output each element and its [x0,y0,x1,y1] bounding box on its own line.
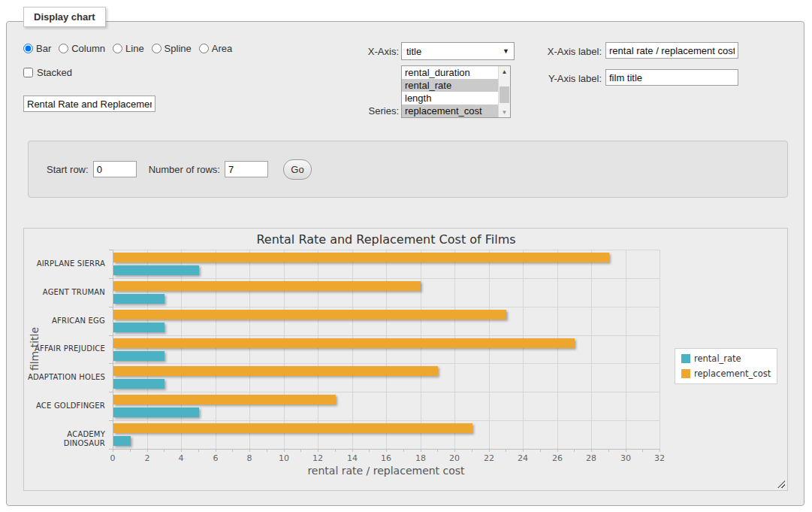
x-tick-label: 26 [542,453,572,463]
stacked-option[interactable]: Stacked [23,67,72,78]
chart-type-label: Column [71,43,105,54]
legend-label: rental_rate [694,353,741,364]
y-axis-label-label: Y-Axis label: [534,73,602,84]
gridline-category [113,392,660,392]
gridline-category [113,307,660,308]
gridline-x-10 [284,250,285,449]
fieldset-legend: Display chart [23,7,106,27]
stacked-checkbox[interactable] [23,68,33,77]
bar-rental_rate-airplane-sierra[interactable] [113,265,199,275]
x-tick-label: 32 [644,453,675,463]
gridline-category [113,278,660,279]
bar-replacement_cost-ace-goldfinger[interactable] [113,395,336,404]
x-tick-label: 30 [611,453,641,463]
x-axis-title: rental rate / replacement cost [113,465,660,477]
series-option-rental_rate[interactable]: rental_rate [402,79,498,92]
bar-replacement_cost-affair-prejudice[interactable] [113,338,575,348]
x-tick-label: 0 [98,453,128,463]
x-tick-label: 10 [269,453,299,463]
legend-swatch-rental_rate [681,354,690,363]
gridline-category [113,420,660,421]
x-axis-selected-value: title [406,46,421,57]
x-tick-label: 18 [406,453,436,463]
gridline-x-2 [147,250,148,449]
chart-type-radio-bar[interactable] [23,44,33,53]
chart-type-option-bar[interactable]: Bar [23,43,51,54]
chart-type-option-line[interactable]: Line [113,43,144,54]
x-axis-select[interactable]: title ▼ [401,42,515,60]
bar-replacement_cost-airplane-sierra[interactable] [113,253,609,262]
gridline-x-26 [557,250,558,449]
x-tick-label: 4 [166,453,196,463]
legend-swatch-replacement_cost [681,369,690,378]
start-row-input[interactable] [93,161,137,177]
chart-title-input[interactable] [23,95,155,112]
series-option-replacement_cost[interactable]: replacement_cost [402,105,498,117]
chart-type-radio-area[interactable] [199,44,209,53]
row-range-panel: Start row: Number of rows: Go [28,141,788,198]
x-axis-label-input[interactable] [605,42,738,59]
chart-type-label: Bar [36,43,51,54]
legend-item-replacement_cost[interactable]: replacement_cost [681,368,771,379]
x-tick-label: 8 [234,453,264,463]
gridline-x-18 [421,250,421,449]
chart-type-option-spline[interactable]: Spline [152,43,192,54]
series-select-label: Series: [354,105,399,117]
category-label: AGENT TRUMAN [24,288,105,297]
y-axis-line [113,250,113,449]
bar-replacement_cost-african-egg[interactable] [113,310,506,320]
scroll-up-icon[interactable]: ▲ [499,66,510,77]
x-tick-label: 2 [132,453,162,463]
page: Display chart BarColumnLineSplineArea St… [0,0,812,512]
chart-type-radio-line[interactable] [113,44,122,53]
category-label: ACADEMY DINOSAUR [24,430,105,448]
start-row-label: Start row: [47,164,89,175]
chart-type-label: Line [125,43,144,54]
bar-replacement_cost-academy-dinosaur[interactable] [113,423,472,433]
bar-rental_rate-adaptation-holes[interactable] [113,379,165,389]
display-chart-fieldset: Display chart BarColumnLineSplineArea St… [6,21,804,506]
gridline-x-30 [626,250,626,449]
resize-handle-icon[interactable] [777,480,785,488]
go-button[interactable]: Go [283,159,312,180]
number-of-rows-label: Number of rows: [149,164,220,175]
category-label: AIRPLANE SIERRA [24,259,105,268]
scroll-down-icon[interactable]: ▼ [499,107,510,117]
gridline-x-4 [181,250,182,449]
chart-type-radio-spline[interactable] [152,44,161,53]
bar-replacement_cost-agent-truman[interactable] [113,281,421,291]
category-label: ACE GOLDFINGER [24,401,105,411]
bar-replacement_cost-adaptation-holes[interactable] [113,366,438,376]
chart-panel: Rental Rate and Replacement Cost of Film… [23,228,788,491]
category-label: AFRICAN EGG [24,317,105,326]
gridline-x-22 [489,250,490,449]
x-tick-label: 22 [474,453,504,463]
chart-type-radio-column[interactable] [59,44,68,53]
x-tick-label: 16 [371,453,401,463]
series-multiselect[interactable]: rental_durationrental_ratelengthreplacem… [401,65,511,118]
series-option-rental_duration[interactable]: rental_duration [402,66,498,79]
gridline-category [113,335,660,336]
gridline-x-8 [249,250,250,449]
scrollbar[interactable]: ▲ ▼ [498,66,510,117]
gridline-x-16 [386,250,387,449]
chart-type-option-area[interactable]: Area [199,43,232,54]
number-of-rows-input[interactable] [225,161,268,177]
x-tick-label: 14 [337,453,367,463]
chart-type-option-column[interactable]: Column [59,43,105,54]
chart-type-label: Area [212,43,232,54]
bar-rental_rate-ace-goldfinger[interactable] [113,407,199,417]
series-option-length[interactable]: length [402,92,498,105]
legend-item-rental_rate[interactable]: rental_rate [681,353,771,364]
x-axis-label-label: X-Axis label: [534,46,602,57]
scrollbar-thumb[interactable] [500,86,509,103]
bar-rental_rate-agent-truman[interactable] [113,294,165,304]
gridline-x-12 [318,250,318,449]
y-axis-label-input[interactable] [605,69,738,86]
x-tick-label: 24 [508,453,538,463]
bar-rental_rate-academy-dinosaur[interactable] [113,436,131,446]
bar-rental_rate-african-egg[interactable] [113,323,165,332]
bar-rental_rate-affair-prejudice[interactable] [113,351,165,361]
stacked-label: Stacked [37,67,72,78]
y-axis-title: film title [29,327,41,371]
